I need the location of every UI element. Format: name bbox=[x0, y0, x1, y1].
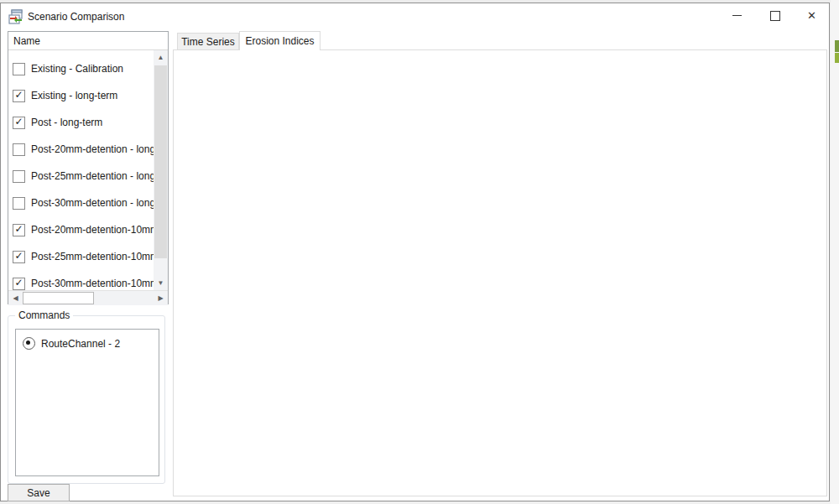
scroll-up-icon[interactable]: ▲ bbox=[154, 50, 168, 65]
scenario-list-item[interactable]: ✓Post-20mm-detention-10mm-IA - long-term bbox=[8, 216, 154, 243]
tab-content-panel bbox=[173, 49, 827, 496]
save-button[interactable]: Save bbox=[8, 484, 70, 501]
scenario-item-label: Post-30mm-detention - long-term bbox=[31, 197, 154, 209]
scenario-item-label: Post-25mm-detention - long-term bbox=[31, 170, 154, 182]
checkbox-checked[interactable]: ✓ bbox=[13, 117, 25, 129]
app-window: Scenario Comparison ✕ Name Existing - Ca… bbox=[0, 3, 830, 501]
scenario-list-item[interactable]: ✓Existing - long-term bbox=[8, 82, 154, 109]
scenario-list-item[interactable]: Post-20mm-detention - long-term bbox=[8, 136, 154, 163]
scroll-right-icon[interactable]: ▶ bbox=[154, 291, 168, 305]
scenario-item-label: Post-20mm-detention - long-term bbox=[31, 143, 154, 155]
scenario-list-items: Existing - Calibration✓Existing - long-t… bbox=[8, 50, 154, 290]
checkbox-checked[interactable]: ✓ bbox=[13, 278, 25, 290]
title-bar: Scenario Comparison ✕ bbox=[1, 3, 829, 29]
tab-erosion-indices[interactable]: Erosion Indices bbox=[239, 31, 320, 50]
list-vertical-scrollbar[interactable]: ▲ ▼ bbox=[154, 50, 168, 290]
background-green-bit bbox=[835, 40, 839, 52]
commands-list: RouteChannel - 2 bbox=[15, 329, 159, 476]
scenario-item-label: Post - long-term bbox=[31, 117, 102, 128]
checkbox-unchecked[interactable] bbox=[13, 143, 25, 156]
scenario-list-item[interactable]: ✓Post - long-term bbox=[8, 109, 154, 136]
background-strip-right bbox=[831, 0, 839, 504]
close-button[interactable]: ✕ bbox=[793, 3, 831, 28]
radio-button[interactable] bbox=[23, 337, 35, 350]
scenario-item-label: Existing - Calibration bbox=[31, 63, 123, 75]
commands-group: Commands RouteChannel - 2 bbox=[8, 315, 165, 484]
tab-time-series[interactable]: Time Series bbox=[177, 33, 239, 50]
list-horizontal-scrollbar[interactable]: ◀ ▶ bbox=[8, 290, 168, 305]
scenario-list-item[interactable]: Existing - Calibration bbox=[8, 55, 154, 82]
scenario-list: Name Existing - Calibration✓Existing - l… bbox=[8, 31, 169, 304]
scenario-list-item[interactable]: ✓Post-30mm-detention-10mm-IA - long-term bbox=[8, 270, 154, 290]
maximize-icon bbox=[770, 11, 780, 21]
command-radio-item[interactable]: RouteChannel - 2 bbox=[23, 337, 120, 350]
close-icon: ✕ bbox=[807, 9, 816, 22]
name-column-header[interactable]: Name bbox=[8, 32, 168, 50]
minimize-button[interactable] bbox=[718, 3, 756, 28]
commands-group-title: Commands bbox=[15, 309, 73, 321]
window-title: Scenario Comparison bbox=[28, 11, 124, 23]
scenario-item-label: Post-20mm-detention-10mm-IA - long-term bbox=[31, 224, 154, 236]
minimize-icon bbox=[732, 15, 742, 16]
scenario-list-item[interactable]: ✓Post-25mm-detention-10mm-IA - long-term bbox=[8, 243, 154, 270]
checkbox-checked[interactable]: ✓ bbox=[13, 251, 25, 263]
checkbox-checked[interactable]: ✓ bbox=[13, 224, 25, 236]
scenario-item-label: Post-30mm-detention-10mm-IA - long-term bbox=[31, 278, 154, 289]
checkbox-checked[interactable]: ✓ bbox=[13, 90, 25, 102]
scrollbar-thumb[interactable] bbox=[23, 292, 94, 304]
scenario-list-item[interactable]: Post-25mm-detention - long-term bbox=[8, 163, 154, 190]
screen: Scenario Comparison ✕ Name Existing - Ca… bbox=[0, 0, 839, 504]
background-green-bit bbox=[835, 53, 839, 63]
maximize-button[interactable] bbox=[756, 3, 794, 28]
scrollbar-thumb[interactable] bbox=[154, 65, 167, 258]
scenario-list-item[interactable]: Post-30mm-detention - long-term bbox=[8, 190, 154, 216]
app-icon bbox=[8, 9, 23, 24]
scenario-item-label: Post-25mm-detention-10mm-IA - long-term bbox=[31, 251, 154, 262]
checkbox-unchecked[interactable] bbox=[13, 63, 25, 75]
scroll-left-icon[interactable]: ◀ bbox=[8, 291, 23, 305]
command-item-label: RouteChannel - 2 bbox=[41, 338, 120, 350]
checkbox-unchecked[interactable] bbox=[13, 170, 25, 183]
scenario-item-label: Existing - long-term bbox=[31, 90, 117, 101]
checkbox-unchecked[interactable] bbox=[13, 197, 25, 210]
scroll-down-icon[interactable]: ▼ bbox=[154, 276, 168, 290]
